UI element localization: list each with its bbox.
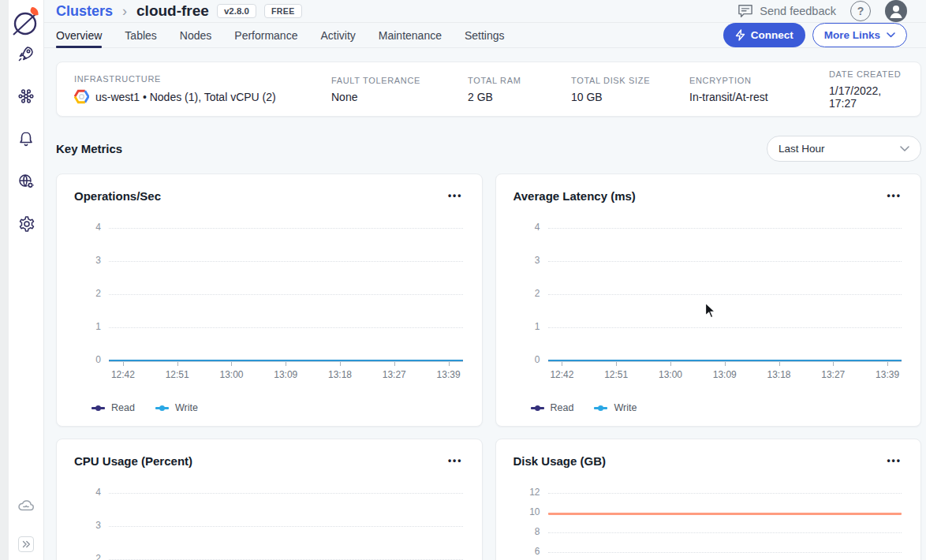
lightning-bolt-icon (735, 29, 745, 41)
help-button[interactable]: ? (850, 1, 871, 21)
content-area: INFRASTRUCTURE us-west1 • Nodes (1), Tot… (44, 48, 926, 560)
date-created-value: 1/17/2022, 17:27 (829, 84, 903, 110)
chart-title: Disk Usage (GB) (513, 454, 607, 468)
capacity-limit-line (548, 513, 902, 515)
encryption-value: In-transit/At-rest (689, 91, 829, 103)
chart-menu-button[interactable]: ••• (885, 189, 903, 203)
legend-item-read[interactable]: Read (531, 402, 574, 413)
legend-item-write[interactable]: Write (594, 402, 637, 413)
latency-chart-plot: 0123412:4212:5113:0013:0913:1813:2713:39 (513, 228, 904, 392)
sidebar-item-notifications[interactable] (17, 129, 35, 148)
chart-menu-button[interactable]: ••• (446, 189, 465, 203)
send-feedback-button[interactable]: Send feedback (737, 4, 836, 18)
time-range-select[interactable]: Last Hour (767, 136, 921, 162)
sidebar-item-cloud-status[interactable] (17, 497, 35, 516)
total-ram-label: TOTAL RAM (468, 76, 571, 85)
disk-chart-plot: 024681012 (513, 493, 904, 560)
tab-tables[interactable]: Tables (125, 23, 156, 47)
tab-nodes[interactable]: Nodes (180, 23, 211, 47)
notifications-bell-icon (17, 129, 35, 148)
page-title-cluster-name: cloud-free (136, 2, 209, 20)
fault-tolerance-label: FAULT TOLERANCE (331, 76, 468, 85)
chart-menu-button[interactable]: ••• (885, 454, 903, 468)
chevron-down-icon (887, 32, 895, 38)
total-disk-size-value: 10 GB (571, 91, 689, 103)
cluster-tabbar: Overview Tables Nodes Performance Activi… (44, 23, 926, 48)
double-chevron-right-icon (22, 540, 31, 548)
chevron-down-icon (900, 146, 909, 152)
question-mark-icon: ? (857, 5, 864, 17)
tab-settings[interactable]: Settings (465, 23, 505, 47)
tab-activity[interactable]: Activity (320, 23, 355, 47)
infrastructure-value: us-west1 • Nodes (1), Total vCPU (2) (95, 91, 276, 103)
version-badge: v2.8.0 (217, 4, 256, 18)
total-disk-size-label: TOTAL DISK SIZE (571, 76, 689, 85)
chart-card-operations: Operations/Sec ••• 0123412:4212:5113:001… (56, 174, 483, 427)
tab-maintenance[interactable]: Maintenance (379, 23, 442, 47)
settings-gear-icon (17, 215, 35, 233)
icon-sidebar (9, 0, 44, 560)
time-range-value: Last Hour (779, 143, 825, 155)
more-links-label: More Links (824, 29, 880, 41)
chart-card-cpu: CPU Usage (Percent) ••• 01234 (56, 439, 483, 560)
more-links-button[interactable]: More Links (812, 23, 907, 47)
legend-item-write[interactable]: Write (155, 402, 198, 413)
connect-button-label: Connect (751, 29, 793, 41)
tab-overview[interactable]: Overview (56, 23, 102, 47)
top-header: Clusters › cloud-free v2.8.0 FREE Send f… (44, 0, 926, 23)
person-icon (885, 0, 907, 22)
gcp-logo-icon (74, 89, 89, 104)
sidebar-item-settings[interactable] (17, 215, 35, 233)
sidebar-item-clusters[interactable] (17, 87, 35, 106)
regions-globe-gear-icon (17, 172, 35, 191)
expand-sidebar-button[interactable] (18, 536, 34, 552)
infrastructure-summary-card: INFRASTRUCTURE us-west1 • Nodes (1), Tot… (56, 62, 921, 117)
app-window: Clusters › cloud-free v2.8.0 FREE Send f… (0, 0, 926, 560)
total-ram-value: 2 GB (468, 91, 571, 103)
chart-menu-button[interactable]: ••• (446, 454, 465, 468)
encryption-label: ENCRYPTION (689, 76, 829, 85)
chart-card-disk: Disk Usage (GB) ••• 024681012 (495, 439, 922, 560)
cpu-chart-plot: 01234 (74, 493, 465, 560)
sidebar-item-rocket[interactable] (17, 44, 35, 63)
chart-title: CPU Usage (Percent) (74, 454, 192, 468)
fault-tolerance-value: None (331, 91, 468, 103)
clusters-network-icon (17, 87, 35, 106)
brand-logo[interactable] (11, 0, 41, 44)
tab-performance[interactable]: Performance (234, 23, 297, 47)
connect-button[interactable]: Connect (723, 23, 805, 47)
chart-legend: ReadWrite (74, 402, 465, 413)
chart-title: Average Latency (ms) (513, 189, 636, 203)
plan-badge: FREE (264, 4, 302, 18)
rocket-icon (17, 44, 35, 63)
cloud-icon (17, 497, 35, 516)
chart-title: Operations/Sec (74, 189, 161, 203)
send-feedback-label: Send feedback (760, 5, 836, 17)
infrastructure-label: INFRASTRUCTURE (74, 74, 331, 84)
breadcrumb-clusters-link[interactable]: Clusters (56, 3, 113, 20)
date-created-label: DATE CREATED (829, 69, 903, 79)
operations-chart-plot: 0123412:4212:5113:0013:0913:1813:2713:39 (74, 228, 465, 392)
window-edge-strip (0, 0, 9, 560)
chart-legend: ReadWrite (513, 402, 904, 413)
main-area: Clusters › cloud-free v2.8.0 FREE Send f… (44, 0, 926, 560)
planet-rocket-logo-icon (11, 6, 41, 39)
feedback-message-icon (737, 4, 753, 18)
chart-card-latency: Average Latency (ms) ••• 0123412:4212:51… (495, 174, 922, 427)
sidebar-item-regions[interactable] (17, 172, 35, 191)
breadcrumb-separator-icon: › (122, 3, 127, 20)
legend-item-read[interactable]: Read (91, 402, 135, 413)
user-avatar[interactable] (885, 0, 907, 22)
key-metrics-heading: Key Metrics (56, 142, 122, 155)
